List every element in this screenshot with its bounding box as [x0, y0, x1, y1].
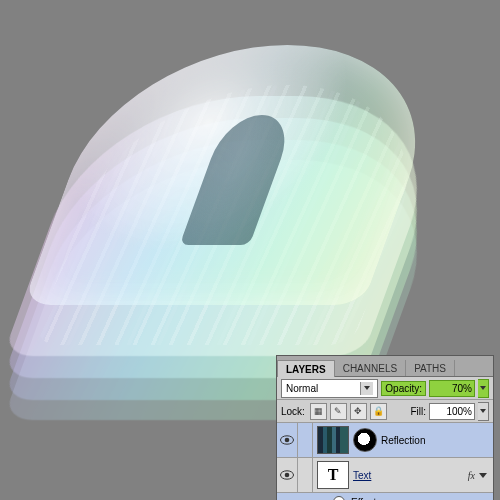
tab-paths[interactable]: PATHS: [406, 360, 455, 376]
layer-row[interactable]: T Text fx: [277, 458, 493, 493]
eye-icon: [280, 435, 294, 445]
chevron-down-icon: [360, 382, 373, 395]
effects-icon: [333, 496, 345, 500]
tab-layers[interactable]: LAYERS: [277, 360, 335, 377]
layer-thumbnail[interactable]: T: [317, 461, 349, 489]
layer-name[interactable]: Text: [353, 470, 371, 481]
layer-row[interactable]: Reflection: [277, 423, 493, 458]
fill-field[interactable]: 100%: [429, 403, 475, 420]
blend-opacity-row: Normal Opacity: 70%: [277, 377, 493, 400]
visibility-toggle[interactable]: [277, 423, 298, 457]
chevron-down-icon[interactable]: [479, 473, 487, 478]
link-column[interactable]: [298, 458, 313, 492]
blend-mode-value: Normal: [286, 383, 318, 394]
opacity-field[interactable]: 70%: [429, 380, 475, 397]
link-column[interactable]: [298, 423, 313, 457]
visibility-toggle[interactable]: [277, 458, 298, 492]
eye-icon: [280, 470, 294, 480]
layer-thumbnail[interactable]: [317, 426, 349, 454]
opacity-label: Opacity:: [381, 381, 426, 396]
fill-label: Fill:: [410, 406, 426, 417]
blend-mode-select[interactable]: Normal: [281, 379, 378, 398]
lock-buttons: ▦ ✎ ✥ 🔒: [310, 403, 387, 420]
lock-all-icon[interactable]: 🔒: [370, 403, 387, 420]
lock-label: Lock:: [281, 406, 305, 417]
layers-panel: LAYERS CHANNELS PATHS Normal Opacity: 70…: [276, 355, 494, 500]
fill-flyout-icon[interactable]: [478, 402, 489, 421]
fx-badge[interactable]: fx: [468, 470, 475, 481]
lock-fill-row: Lock: ▦ ✎ ✥ 🔒 Fill: 100%: [277, 400, 493, 423]
lock-transparency-icon[interactable]: ▦: [310, 403, 327, 420]
svg-point-1: [285, 438, 290, 443]
mask-thumbnail[interactable]: [353, 428, 377, 452]
tab-channels[interactable]: CHANNELS: [335, 360, 406, 376]
layer-name[interactable]: Reflection: [381, 435, 425, 446]
effects-sublayer[interactable]: Effects: [277, 493, 493, 500]
lock-position-icon[interactable]: ✥: [350, 403, 367, 420]
lock-pixels-icon[interactable]: ✎: [330, 403, 347, 420]
layer-list: Reflection T Text fx Effects: [277, 423, 493, 500]
svg-point-3: [285, 473, 290, 478]
effects-label: Effects: [351, 497, 381, 501]
opacity-flyout-icon[interactable]: [478, 379, 489, 398]
panel-tabs: LAYERS CHANNELS PATHS: [277, 356, 493, 377]
